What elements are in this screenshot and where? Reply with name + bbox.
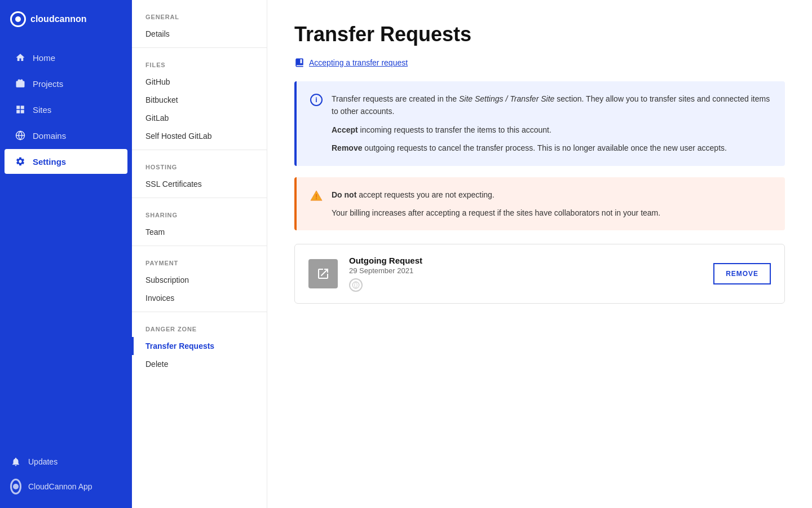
subnav-section-files: FILES (132, 52, 267, 73)
subnav-item-ssl[interactable]: SSL Certificates (132, 175, 267, 193)
subnav-item-subscription[interactable]: Subscription (132, 271, 267, 289)
subnav-item-self-hosted-gitlab[interactable]: Self Hosted GitLab (132, 127, 267, 145)
sites-icon (15, 104, 26, 115)
settings-icon (15, 156, 26, 167)
subnav-section-payment: PAYMENT (132, 251, 267, 271)
subnav-item-invoices[interactable]: Invoices (132, 289, 267, 307)
info-box-content: Transfer requests are created in the Sit… (332, 93, 771, 155)
subnav-divider-2 (132, 150, 267, 150)
subnav-item-details[interactable]: Details (132, 25, 267, 43)
warning-line2: Your billing increases after accepting a… (332, 207, 660, 219)
subnav-divider-5 (132, 312, 267, 312)
sidebar-nav: Home Projects Sites Domains (0, 38, 132, 440)
subnav-section-sharing: SHARING (132, 203, 267, 223)
logo-icon (10, 11, 26, 27)
sidebar-item-sites-label: Sites (33, 105, 51, 115)
subnav-divider-4 (132, 246, 267, 246)
request-title: Outgoing Request (349, 256, 702, 265)
subnav-item-transfer-requests[interactable]: Transfer Requests (132, 337, 267, 355)
sidebar-item-updates[interactable]: Updates (6, 449, 126, 474)
sidebar-item-settings-label: Settings (33, 157, 66, 167)
subnav-item-github[interactable]: GitHub (132, 73, 267, 91)
info-box: i Transfer requests are created in the S… (294, 81, 785, 166)
page-title: Transfer Requests (294, 23, 785, 46)
subnav-divider-1 (132, 47, 267, 48)
svg-point-3 (352, 282, 359, 289)
help-link-text: Accepting a transfer request (309, 58, 408, 67)
subnav-section-hosting: HOSTING (132, 155, 267, 175)
sidebar-item-domains[interactable]: Domains (5, 123, 127, 148)
info-box-remove: Remove outgoing requests to cancel the t… (332, 142, 771, 154)
warning-icon: ! (310, 190, 323, 202)
request-type-icon (308, 259, 338, 288)
projects-icon (15, 78, 26, 89)
remove-button[interactable]: REMOVE (713, 263, 771, 284)
sidebar-item-projects-label: Projects (33, 79, 63, 89)
brand-name: cloudcannon (30, 14, 87, 24)
request-logo-icon (349, 278, 363, 292)
sidebar-item-sites[interactable]: Sites (5, 97, 127, 122)
home-icon (15, 52, 26, 63)
subnav-item-team[interactable]: Team (132, 223, 267, 241)
warning-line1: Do not accept requests you are not expec… (332, 189, 660, 201)
sidebar-item-domains-label: Domains (33, 131, 66, 141)
warning-box: ! Do not accept requests you are not exp… (294, 177, 785, 231)
subnav: GENERAL Details FILES GitHub Bitbucket G… (132, 0, 267, 508)
request-info: Outgoing Request 29 September 2021 (349, 256, 702, 292)
sidebar: cloudcannon Home Projects Sites (0, 0, 132, 508)
sidebar-logo: cloudcannon (0, 0, 132, 38)
sidebar-item-app[interactable]: CloudCannon App (6, 474, 126, 499)
request-date: 29 September 2021 (349, 266, 702, 275)
warning-box-content: Do not accept requests you are not expec… (332, 189, 660, 220)
info-box-accept: Accept incoming requests to transfer the… (332, 124, 771, 136)
sidebar-bottom: Updates CloudCannon App (0, 440, 132, 508)
help-link[interactable]: Accepting a transfer request (294, 58, 785, 68)
book-icon (294, 58, 304, 68)
subnav-item-bitbucket[interactable]: Bitbucket (132, 91, 267, 109)
app-icon (10, 481, 21, 492)
subnav-divider-3 (132, 198, 267, 198)
svg-text:!: ! (315, 192, 317, 200)
app-label: CloudCannon App (28, 482, 92, 491)
subnav-item-delete[interactable]: Delete (132, 355, 267, 373)
updates-label: Updates (28, 457, 58, 466)
info-icon: i (310, 94, 323, 106)
bell-icon (10, 456, 21, 467)
sidebar-item-settings[interactable]: Settings (5, 149, 127, 174)
sidebar-item-projects[interactable]: Projects (5, 71, 127, 96)
sidebar-item-home-label: Home (33, 53, 55, 63)
subnav-section-danger: DANGER ZONE (132, 317, 267, 337)
info-box-line1: Transfer requests are created in the Sit… (332, 93, 771, 118)
subnav-section-general: GENERAL (132, 14, 267, 25)
subnav-item-gitlab[interactable]: GitLab (132, 109, 267, 127)
sidebar-item-home[interactable]: Home (5, 45, 127, 70)
request-card: Outgoing Request 29 September 2021 REMOV… (294, 244, 785, 304)
domains-icon (15, 130, 26, 141)
main-content: Transfer Requests Accepting a transfer r… (267, 0, 812, 508)
